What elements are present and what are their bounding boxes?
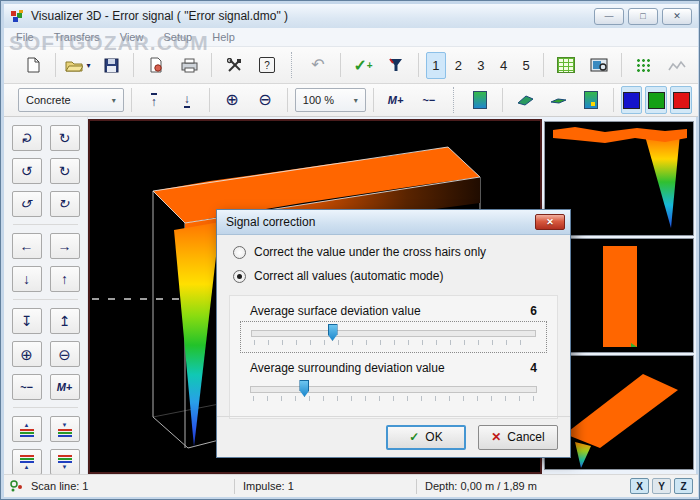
tools-button[interactable] <box>219 50 249 80</box>
dialog-close-button[interactable]: ✕ <box>535 214 565 230</box>
menu-file[interactable]: File <box>16 31 34 43</box>
page-1-button[interactable]: 1 <box>426 52 446 79</box>
dialog-footer: ✓ OK ✕ Cancel <box>217 416 570 457</box>
scatter-mode-button[interactable] <box>629 50 659 80</box>
chart-mode-button[interactable] <box>662 50 692 80</box>
tools-icon <box>227 58 242 73</box>
export-page-icon <box>149 57 163 73</box>
move-down-button[interactable]: ↓ <box>12 266 42 292</box>
rotate-vertical-icon: ↻ <box>19 132 33 144</box>
slider-thumb[interactable] <box>328 324 338 341</box>
color-green-button[interactable] <box>645 86 667 114</box>
material-select[interactable]: Concrete ▾ <box>18 88 124 112</box>
undo-button[interactable]: ↶ <box>303 50 333 80</box>
close-button[interactable]: ✕ <box>662 8 692 25</box>
move-left-button[interactable]: ← <box>12 233 42 259</box>
move-right-button[interactable]: → <box>50 233 80 259</box>
radio-selected-icon[interactable] <box>233 270 246 283</box>
layer-down-icon: ▼ <box>58 422 72 437</box>
view-3d-button[interactable] <box>510 85 540 115</box>
rotate-horizontal-button[interactable]: ↻ <box>50 125 80 151</box>
menu-transfers[interactable]: Transfers <box>54 31 100 43</box>
zoom-out-button[interactable]: ⊖ <box>250 85 280 115</box>
rotate-right-button[interactable]: ↻ <box>50 158 80 184</box>
menu-help[interactable]: Help <box>212 31 235 43</box>
cancel-label: Cancel <box>507 430 544 444</box>
zoom-in-side-button[interactable]: ⊕ <box>12 341 42 367</box>
axis-y-button[interactable]: Y <box>652 478 671 494</box>
view-side-button[interactable] <box>576 85 606 115</box>
preview-button[interactable] <box>584 50 614 80</box>
menu-view[interactable]: View <box>120 31 144 43</box>
layer-down-top-button[interactable]: ▼ <box>50 416 80 442</box>
open-file-button[interactable]: ▾ <box>63 50 93 80</box>
zoom-in-button[interactable]: ⊕ <box>217 85 247 115</box>
view-flat-button[interactable] <box>543 85 573 115</box>
page-3-button[interactable]: 3 <box>471 52 491 79</box>
export-button[interactable] <box>141 50 171 80</box>
layer-up-top-button[interactable]: ▲ <box>12 416 42 442</box>
view-vertical-button[interactable] <box>465 85 495 115</box>
new-file-button[interactable] <box>18 50 48 80</box>
to-top-button[interactable]: ↥ <box>50 308 80 334</box>
surrounding-deviation-slider[interactable] <box>240 378 547 408</box>
rotate-vertical-button[interactable]: ↻ <box>12 125 42 151</box>
align-bottom-button[interactable]: ↓ <box>172 85 202 115</box>
wave-minus-icon: ~− <box>422 94 435 106</box>
tilt-right-button[interactable]: ↻ <box>50 191 80 217</box>
to-top-icon: ↥ <box>59 314 71 328</box>
zoom-level-select[interactable]: 100 % ▾ <box>295 88 366 112</box>
chevron-down-icon: ▾ <box>112 96 116 105</box>
cross-icon: ✕ <box>491 430 501 444</box>
axis-z-button[interactable]: Z <box>674 478 693 494</box>
rotate-left-button[interactable]: ↺ <box>12 158 42 184</box>
axis-x-button[interactable]: X <box>630 478 649 494</box>
color-red-button[interactable] <box>670 86 692 114</box>
cancel-button[interactable]: ✕ Cancel <box>478 425 558 450</box>
page-5-button[interactable]: 5 <box>516 52 536 79</box>
check-icon: ✓ <box>409 430 419 444</box>
open-dropdown-arrow-icon[interactable]: ▾ <box>86 61 90 70</box>
print-button[interactable] <box>174 50 204 80</box>
scan-line-status: Scan line: 1 <box>31 480 226 492</box>
wave-minus-side-button[interactable]: ~− <box>12 374 42 400</box>
filter-button[interactable] <box>381 50 411 80</box>
page-2-button[interactable]: 2 <box>449 52 469 79</box>
peak-plus-side-button[interactable]: M+ <box>50 374 80 400</box>
layer-up-icon: ▲ <box>20 422 34 437</box>
surface-deviation-value: 6 <box>530 304 537 318</box>
minimize-button[interactable]: — <box>594 8 624 25</box>
slider-thumb[interactable] <box>299 380 309 397</box>
add-signal-icon: ✓ <box>353 56 366 75</box>
page-4-button[interactable]: 4 <box>494 52 514 79</box>
layer-up-bottom-button[interactable]: ▲ <box>12 449 42 475</box>
align-top-button[interactable]: ↑ <box>139 85 169 115</box>
option-crosshair-only[interactable]: Correct the value under the cross hairs … <box>233 245 570 259</box>
slider-track[interactable] <box>250 386 537 393</box>
color-blue-button[interactable] <box>621 86 643 114</box>
radio-unselected-icon[interactable] <box>233 246 246 259</box>
ok-button[interactable]: ✓ OK <box>386 425 466 450</box>
move-up-button[interactable]: ↑ <box>50 266 80 292</box>
peak-add-button[interactable]: M+ <box>381 85 411 115</box>
add-signal-button[interactable]: ✓+ <box>348 50 378 80</box>
filter-funnel-icon <box>389 58 403 72</box>
surrounding-deviation-value: 4 <box>530 361 537 375</box>
dialog-title-bar[interactable]: Signal correction ✕ <box>217 210 570 235</box>
layer-down-icon: ▼ <box>58 455 72 470</box>
maximize-button[interactable]: □ <box>628 8 658 25</box>
save-button[interactable] <box>96 50 126 80</box>
to-bottom-button[interactable]: ↧ <box>12 308 42 334</box>
printer-icon <box>181 58 198 73</box>
slider-track[interactable] <box>251 330 536 337</box>
tilt-left-button[interactable]: ↺ <box>12 191 42 217</box>
grid-view-button[interactable] <box>551 50 581 80</box>
layer-down-bottom-button[interactable]: ▼ <box>50 449 80 475</box>
zoom-out-side-button[interactable]: ⊖ <box>50 341 80 367</box>
wave-minus-button[interactable]: ~− <box>414 85 444 115</box>
surface-deviation-slider[interactable] <box>240 321 547 353</box>
menu-setup[interactable]: Setup <box>163 31 192 43</box>
option-all-values[interactable]: Correct all values (automatic mode) <box>233 269 570 283</box>
help-button[interactable]: ? <box>252 50 282 80</box>
view-tools-sidebar: ↻ ↻ ↺ ↻ ↺ ↻ ← → ↓ ↑ ↧ ↥ ⊕ ⊖ ~− <box>4 117 88 474</box>
